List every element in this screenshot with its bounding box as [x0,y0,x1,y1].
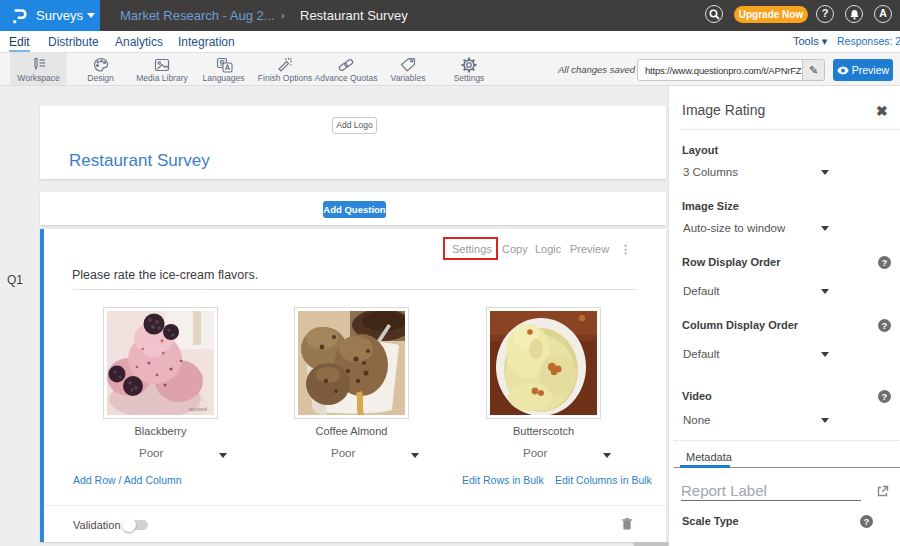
svg-text:wicked: wicked [189,406,208,412]
